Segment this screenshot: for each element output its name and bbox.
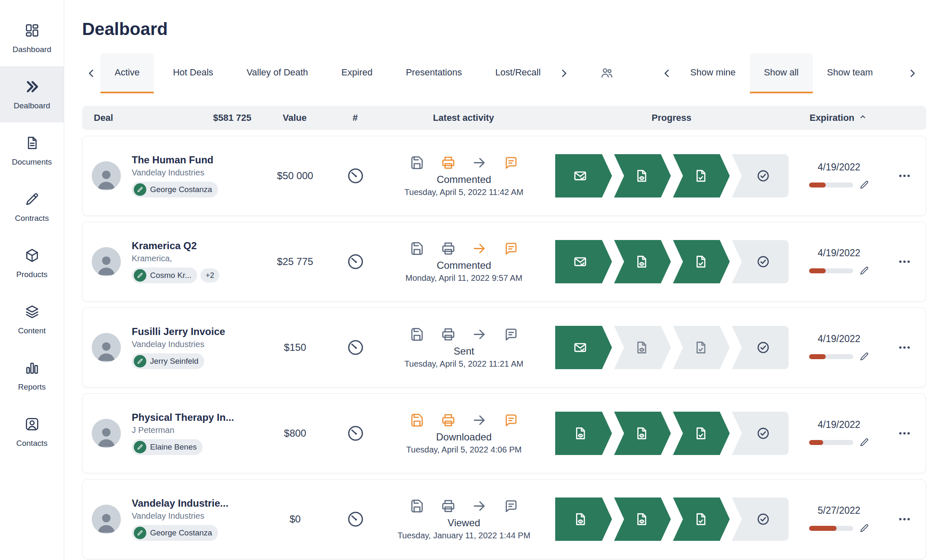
progress-stage-document-view (555, 412, 612, 455)
view-tabs: Show mine Show all Show team (658, 53, 926, 93)
deal-name: Fusilli Jerry Invoice (132, 326, 225, 338)
deal-progress (555, 498, 789, 541)
edit-expiration-icon[interactable] (859, 180, 869, 190)
chevron-right-icon (907, 68, 918, 79)
column-header-expiration[interactable]: Expiration (809, 112, 854, 123)
sidebar-item-content[interactable]: Content (0, 291, 64, 348)
sidebar-item-label: Dashboard (13, 45, 51, 54)
tab-show-team[interactable]: Show team (813, 53, 887, 93)
activity-label: Commented (437, 260, 491, 271)
gauge-icon[interactable] (346, 252, 365, 271)
tab-valley-of-death[interactable]: Valley of Death (233, 53, 323, 93)
owner-chip[interactable]: George Costanza (132, 525, 218, 541)
deal-tabs: Active Hot Deals Valley of Death Expired… (100, 53, 555, 93)
edit-expiration-icon[interactable] (859, 437, 869, 448)
contacts-icon (24, 416, 40, 434)
sidebar-item-products[interactable]: Products (0, 235, 64, 291)
signature-icon (134, 269, 146, 282)
expiration-progress-bar (809, 268, 853, 273)
tab-expired[interactable]: Expired (327, 53, 387, 93)
deal-row[interactable]: Vandelay Industrie... Vandelay Industrie… (82, 479, 926, 559)
edit-expiration-icon[interactable] (859, 523, 869, 533)
gauge-icon[interactable] (346, 338, 365, 357)
ellipsis-icon (897, 169, 912, 183)
avatar[interactable] (92, 419, 121, 448)
avatar[interactable] (92, 333, 121, 362)
gauge-icon[interactable] (346, 510, 365, 529)
deal-row[interactable]: The Human Fund Vandelay Industries Georg… (82, 136, 926, 216)
deal-tabs-scroll-left-button[interactable] (82, 53, 100, 93)
team-filter-button[interactable] (600, 66, 614, 81)
column-header-latest-activity[interactable]: Latest activity (433, 112, 494, 123)
deal-company: Vandelay Industries (132, 511, 228, 521)
sidebar-item-reports[interactable]: Reports (0, 348, 64, 404)
deal-name: Physical Therapy In... (132, 412, 234, 423)
progress-stage-circle-check (732, 240, 789, 283)
activity-label: Downloaded (436, 431, 491, 443)
deal-progress (555, 412, 789, 455)
expiration-progress-bar (809, 182, 853, 188)
more-options-button[interactable] (895, 424, 914, 443)
view-tabs-scroll-right-button[interactable] (899, 53, 926, 93)
person-icon (94, 424, 118, 448)
printer-icon (441, 241, 456, 256)
save-icon (409, 498, 425, 514)
progress-stage-document-view (614, 154, 671, 198)
more-options-button[interactable] (895, 338, 914, 357)
avatar[interactable] (92, 247, 121, 276)
expiration-date: 4/19/2022 (818, 419, 860, 430)
extra-count-chip[interactable]: +2 (200, 268, 219, 282)
sort-ascending-icon[interactable] (858, 112, 868, 124)
save-icon (409, 155, 425, 170)
gauge-icon[interactable] (346, 166, 365, 185)
tab-active[interactable]: Active (100, 53, 154, 93)
products-icon (24, 248, 40, 265)
more-options-button[interactable] (895, 510, 914, 529)
more-options-button[interactable] (895, 166, 914, 185)
view-tabs-scroll-left-button[interactable] (658, 68, 676, 79)
owner-chip[interactable]: George Costanza (132, 182, 218, 198)
activity-icons (409, 412, 519, 428)
tab-hot-deals[interactable]: Hot Deals (159, 53, 228, 93)
deal-row[interactable]: Kramerica Q2 Kramerica, Cosmo Kr... +2 $… (82, 222, 926, 302)
tab-lost-recall[interactable]: Lost/Recall (481, 53, 555, 93)
deal-name: Vandelay Industrie... (132, 498, 228, 509)
comment-icon (503, 498, 519, 514)
edit-expiration-icon[interactable] (859, 265, 869, 276)
column-header-count[interactable]: # (353, 112, 358, 123)
sidebar-item-dashboard[interactable]: Dashboard (0, 10, 64, 66)
avatar[interactable] (92, 161, 121, 190)
sidebar-item-dealboard[interactable]: Dealboard (0, 66, 64, 122)
column-header-deal[interactable]: Deal (94, 112, 113, 123)
comment-icon (503, 327, 519, 342)
deal-row[interactable]: Physical Therapy In... J Peterman Elaine… (82, 393, 926, 473)
table-header: Deal $581 725 Value # Latest activity Pr… (82, 106, 926, 130)
sidebar-item-contacts[interactable]: Contacts (0, 404, 64, 460)
owner-chip[interactable]: Elaine Benes (132, 439, 203, 455)
sidebar-item-contracts[interactable]: Contracts (0, 179, 64, 235)
edit-expiration-icon[interactable] (859, 351, 869, 362)
tab-show-mine[interactable]: Show mine (676, 53, 750, 93)
avatar[interactable] (92, 505, 121, 534)
sidebar-item-label: Contacts (16, 439, 48, 448)
more-options-button[interactable] (895, 252, 914, 271)
owner-chip[interactable]: Jerry Seinfeld (132, 353, 204, 369)
gauge-icon[interactable] (346, 424, 365, 443)
deal-row[interactable]: Fusilli Jerry Invoice Vandelay Industrie… (82, 308, 926, 388)
deal-value: $800 (284, 428, 306, 439)
progress-stage-circle-check (732, 326, 789, 369)
deal-tabs-scroll-right-button[interactable] (555, 53, 573, 93)
column-header-value[interactable]: Value (283, 112, 306, 123)
comment-icon (503, 155, 519, 170)
column-header-progress[interactable]: Progress (651, 112, 691, 123)
progress-stage-document-view (614, 498, 671, 541)
signature-icon (134, 527, 146, 539)
progress-stage-document-view (614, 326, 671, 369)
person-icon (94, 166, 118, 190)
chevron-right-icon (559, 68, 569, 79)
sidebar-item-documents[interactable]: Documents (0, 122, 64, 179)
owner-chip[interactable]: Cosmo Kr... (132, 268, 197, 283)
progress-stage-envelope-check (555, 326, 612, 369)
tab-presentations[interactable]: Presentations (392, 53, 476, 93)
tab-show-all[interactable]: Show all (750, 53, 813, 93)
